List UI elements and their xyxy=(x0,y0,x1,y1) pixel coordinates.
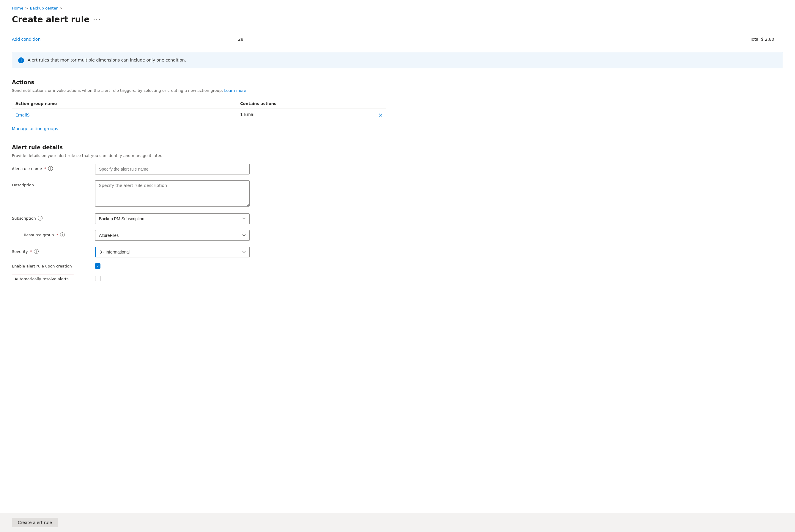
auto-resolve-row: Automatically resolve alerts i xyxy=(12,274,386,283)
cost-bar: Add condition 28 Total $ 2.80 xyxy=(12,33,783,46)
description-textarea[interactable] xyxy=(95,180,250,207)
severity-select[interactable]: 3 - Informational xyxy=(95,247,250,258)
resource-group-select[interactable]: AzureFiles xyxy=(95,230,250,241)
table-row: EmailS 1 Email ✕ xyxy=(12,108,386,122)
add-condition-link[interactable]: Add condition xyxy=(12,37,196,42)
auto-resolve-checkbox[interactable] xyxy=(95,276,100,281)
actions-section: Actions Send notifications or invoke act… xyxy=(12,79,783,132)
alert-rule-details-section: Alert rule details Provide details on yo… xyxy=(12,144,783,284)
subscription-row: Subscription i Backup PM Subscription xyxy=(12,213,386,224)
breadcrumb-sep1: > xyxy=(25,6,28,11)
alert-rule-name-row: Alert rule name * i xyxy=(12,164,386,174)
col-contains-actions: Contains actions xyxy=(236,99,386,109)
actions-desc-text: Send notifications or invoke actions whe… xyxy=(12,88,223,93)
action-group-table: Action group name Contains actions Email… xyxy=(12,99,386,122)
severity-row: Severity * i 3 - Informational xyxy=(12,247,386,258)
alert-rule-name-info-icon[interactable]: i xyxy=(48,166,53,171)
subscription-control: Backup PM Subscription xyxy=(95,213,250,224)
actions-description: Send notifications or invoke actions whe… xyxy=(12,88,783,94)
page-title: Create alert rule xyxy=(12,15,90,24)
actions-title: Actions xyxy=(12,79,783,85)
delete-action-group-button[interactable]: ✕ xyxy=(378,112,383,118)
col-action-group-name: Action group name xyxy=(12,99,236,109)
learn-more-link[interactable]: Learn more xyxy=(224,88,246,93)
severity-required-star: * xyxy=(30,249,32,254)
description-label-text: Description xyxy=(12,183,34,187)
resource-group-required-star: * xyxy=(56,233,59,237)
cost-total: Total $ 2.80 xyxy=(285,37,783,42)
action-group-name-cell: EmailS xyxy=(12,108,236,122)
alert-rule-name-label: Alert rule name * i xyxy=(12,164,95,171)
subscription-info-icon[interactable]: i xyxy=(38,216,42,221)
subscription-label: Subscription i xyxy=(12,213,95,221)
breadcrumb: Home > Backup center > xyxy=(12,6,783,11)
breadcrumb-home[interactable]: Home xyxy=(12,6,23,11)
description-control xyxy=(95,180,250,207)
enable-alert-rule-label: Enable alert rule upon creation xyxy=(12,264,95,268)
resource-group-row: Resource group * i AzureFiles xyxy=(12,230,386,241)
severity-label: Severity * i xyxy=(12,247,95,254)
resource-group-info-icon[interactable]: i xyxy=(60,232,65,237)
info-banner: i Alert rules that monitor multiple dime… xyxy=(12,52,783,68)
resource-group-label-text: Resource group xyxy=(24,233,54,237)
action-group-actions-cell: 1 Email ✕ xyxy=(236,108,386,122)
alert-rule-name-label-text: Alert rule name xyxy=(12,167,42,171)
manage-action-groups-link[interactable]: Manage action groups xyxy=(12,125,58,132)
more-options-icon[interactable]: ··· xyxy=(93,16,101,23)
table-header-row: Action group name Contains actions xyxy=(12,99,386,109)
subscription-label-text: Subscription xyxy=(12,216,36,221)
enable-alert-rule-control: ✓ xyxy=(95,263,250,269)
action-group-link[interactable]: EmailS xyxy=(16,113,30,117)
info-banner-text: Alert rules that monitor multiple dimens… xyxy=(27,57,186,63)
alert-rule-details-desc: Provide details on your alert rule so th… xyxy=(12,153,783,159)
auto-resolve-control xyxy=(95,276,250,282)
severity-info-icon[interactable]: i xyxy=(34,249,39,254)
action-group-actions-text: 1 Email xyxy=(240,112,255,117)
resource-group-label: Resource group * i xyxy=(24,230,95,237)
breadcrumb-backup-center[interactable]: Backup center xyxy=(30,6,58,11)
description-row: Description xyxy=(12,180,386,207)
auto-resolve-label-text: Automatically resolve alerts xyxy=(15,277,69,281)
resource-group-control: AzureFiles xyxy=(95,230,250,241)
alert-rule-form: Alert rule name * i Description xyxy=(12,164,386,283)
alert-rule-name-control xyxy=(95,164,250,174)
info-icon: i xyxy=(18,57,24,63)
page-header: Create alert rule ··· xyxy=(12,15,783,24)
subscription-select[interactable]: Backup PM Subscription xyxy=(95,213,250,224)
create-alert-rule-button[interactable]: Create alert rule xyxy=(12,518,58,527)
alert-rule-details-title: Alert rule details xyxy=(12,144,783,150)
enable-alert-rule-checkbox[interactable]: ✓ xyxy=(95,263,100,269)
severity-control: 3 - Informational xyxy=(95,247,250,258)
enable-alert-rule-row: Enable alert rule upon creation ✓ xyxy=(12,263,386,269)
description-label: Description xyxy=(12,180,95,187)
checkmark-icon: ✓ xyxy=(96,264,99,268)
auto-resolve-label-wrap: Automatically resolve alerts i xyxy=(12,274,95,283)
alert-rule-name-input[interactable] xyxy=(95,164,250,174)
page-footer: Create alert rule xyxy=(0,513,795,532)
auto-resolve-label: Automatically resolve alerts i xyxy=(12,274,74,283)
enable-alert-rule-label-text: Enable alert rule upon creation xyxy=(12,264,72,268)
condition-count: 28 xyxy=(196,37,285,42)
breadcrumb-sep2: > xyxy=(59,6,62,11)
severity-label-text: Severity xyxy=(12,249,28,254)
auto-resolve-info-icon[interactable]: i xyxy=(71,277,72,281)
required-star: * xyxy=(44,167,46,171)
